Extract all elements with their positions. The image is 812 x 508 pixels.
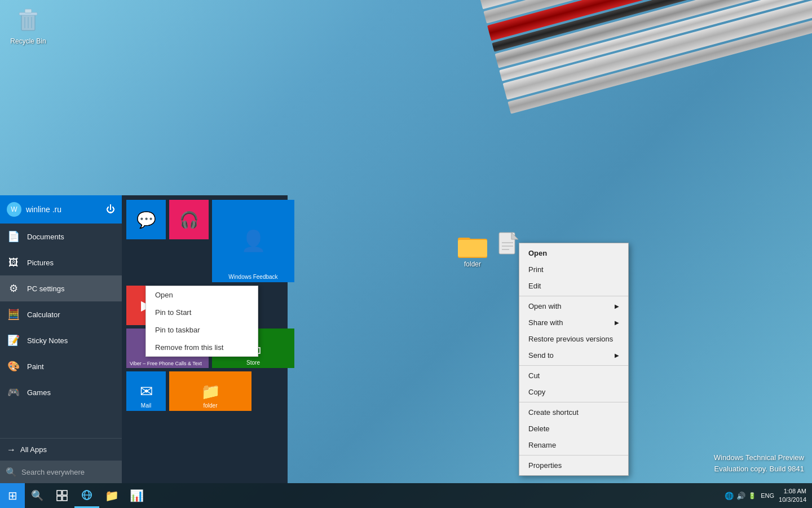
language-indicator[interactable]: ENG [761,492,774,499]
dctx-edit[interactable]: Edit [519,278,628,294]
ctx-remove[interactable]: Remove from this list [146,339,258,356]
start-item-documents[interactable]: 📄 Documents [0,224,122,249]
dctx-sep4 [519,455,628,456]
dctx-rename[interactable]: Rename [519,437,628,453]
user-avatar: W [7,202,21,217]
sticky-notes-icon: 📝 [7,334,20,347]
dctx-delete[interactable]: Delete [519,421,628,437]
start-item-calculator[interactable]: 🧮 Calculator [0,301,122,327]
documents-icon: 📄 [7,230,20,243]
start-item-games[interactable]: 🎮 Games [0,379,122,405]
tile-feedback[interactable]: 👤 Windows Feedback [212,200,294,282]
network-icon[interactable]: 🌐 [725,492,734,500]
tile-folder[interactable]: 📁 folder [169,371,251,411]
search-input[interactable] [21,468,116,476]
dctx-cut[interactable]: Cut [519,367,628,384]
tile-row-1: 💬 🎧 👤 Windows Feedback [126,200,294,282]
all-apps-label: All Apps [20,445,47,454]
windows-watermark: Windows Technical Preview Evaluation cop… [714,452,804,474]
tile-row-4: ✉ Mail 📁 folder [126,371,294,411]
speaker-icon[interactable]: 🔊 [736,492,745,500]
dctx-sep1 [519,296,628,296]
all-apps-arrow: → [7,445,16,455]
start-context-menu: Open Pin to Start Pin to taskbar Remove … [145,286,258,357]
sticky-notes-label: Sticky Notes [27,336,68,345]
svg-rect-16 [57,496,61,501]
svg-rect-2 [25,9,32,13]
svg-rect-17 [63,496,67,501]
svg-rect-14 [57,491,61,495]
taskbar-right: 🌐 🔊 🔋 ENG 1:08 AM 10/3/2014 [725,487,812,505]
send-to-arrow: ▶ [615,352,619,358]
open-with-arrow: ▶ [615,303,619,309]
tile-mail-label: Mail [126,402,166,409]
calculator-icon: 🧮 [7,308,20,321]
start-menu-items: 📄 Documents 🖼 Pictures ⚙ PC settings 🧮 C… [0,224,122,438]
dctx-copy[interactable]: Copy [519,384,628,400]
taskbar-search-button[interactable]: 🔍 [25,483,50,508]
start-button[interactable]: ⊞ [0,483,25,508]
tile-mail[interactable]: ✉ Mail [126,371,166,411]
system-tray-icons: 🌐 🔊 🔋 [725,492,756,500]
taskbar-store-button[interactable]: 📊 [124,483,149,508]
username-label: winline .ru [26,205,61,214]
start-item-sticky-notes[interactable]: 📝 Sticky Notes [0,327,122,353]
documents-label: Documents [27,233,64,241]
tile-folder-label: folder [169,402,251,409]
all-apps-button[interactable]: → All Apps [0,438,122,461]
start-item-pc-settings[interactable]: ⚙ PC settings [0,275,122,301]
dctx-sep2 [519,365,628,366]
pc-settings-icon: ⚙ [7,282,20,295]
games-label: Games [27,388,51,397]
watermark-line2: Evaluation copy. Build 9841 [714,463,804,475]
dctx-send-to[interactable]: Send to ▶ [519,347,628,364]
paint-icon: 🎨 [7,360,20,373]
desktop: Recycle Bin folder Windows Technical Pre… [0,0,812,508]
desktop-folder-label: folder [450,260,495,268]
dctx-sep3 [519,402,628,402]
start-search-bar[interactable]: 🔍 [0,461,122,483]
tile-music[interactable]: 🎧 [169,200,209,239]
games-icon: 🎮 [7,386,20,399]
start-menu-left: W winline .ru ⏻ 📄 Documents 🖼 Pictures [0,195,122,483]
taskbar-date: 10/3/2014 [779,496,806,504]
ctx-pin-taskbar[interactable]: Pin to taskbar [146,321,258,339]
battery-icon[interactable]: 🔋 [748,492,756,500]
start-item-paint[interactable]: 🎨 Paint [0,353,122,379]
dctx-print[interactable]: Print [519,261,628,278]
chrome-decoration [479,0,812,238]
taskbar: ⊞ 🔍 📁 📊 🌐 🔊 🔋 ENG 1:08 AM 10/3/2014 [0,483,812,508]
calculator-label: Calculator [27,310,60,319]
dctx-open[interactable]: Open [519,245,628,261]
recycle-bin-icon[interactable]: Recycle Bin [8,6,48,45]
start-item-pictures[interactable]: 🖼 Pictures [0,249,122,275]
start-menu-header: W winline .ru ⏻ [0,195,122,224]
recycle-bin-label: Recycle Bin [8,37,48,45]
paint-label: Paint [27,362,44,371]
taskbar-task-view[interactable] [50,483,74,508]
search-icon: 🔍 [6,467,17,478]
taskbar-explorer-button[interactable]: 📁 [99,483,124,508]
pictures-label: Pictures [27,259,54,267]
dctx-create-shortcut[interactable]: Create shortcut [519,404,628,421]
start-menu: W winline .ru ⏻ 📄 Documents 🖼 Pictures [0,195,288,483]
power-button[interactable]: ⏻ [106,204,115,214]
tile-skype[interactable]: 💬 [126,200,166,239]
watermark-line1: Windows Technical Preview [714,452,804,463]
svg-rect-8 [458,240,487,257]
ctx-pin-start[interactable]: Pin to Start [146,304,258,321]
dctx-restore-versions[interactable]: Restore previous versions [519,331,628,347]
taskbar-time: 1:08 AM [779,487,806,496]
ctx-open[interactable]: Open [146,286,258,304]
start-user: W winline .ru [7,202,61,217]
taskbar-ie-button[interactable] [74,483,99,508]
taskbar-clock[interactable]: 1:08 AM 10/3/2014 [779,487,806,505]
pictures-icon: 🖼 [7,256,20,269]
share-with-arrow: ▶ [615,319,619,326]
desktop-context-menu: Open Print Edit Open with ▶ Share with ▶… [519,243,629,476]
dctx-properties[interactable]: Properties [519,457,628,474]
dctx-open-with[interactable]: Open with ▶ [519,298,628,314]
tile-store-label: Store [212,360,294,366]
dctx-share-with[interactable]: Share with ▶ [519,314,628,331]
tile-viber-label: Viber – Free Phone Calls & Text [128,361,207,366]
